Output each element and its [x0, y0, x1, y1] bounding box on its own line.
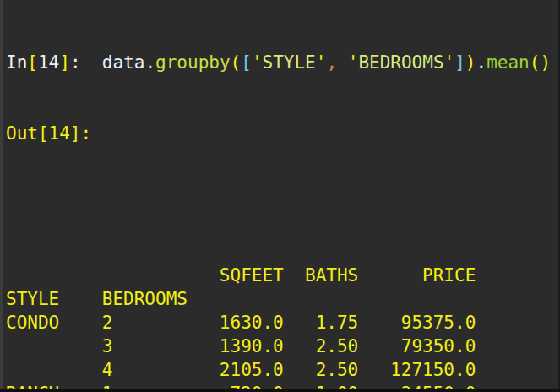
ipython-console[interactable]: In[14]: data.groupby(['STYLE', 'BEDROOMS…	[0, 0, 560, 392]
code-token: '	[316, 52, 327, 73]
code-token: mean	[487, 52, 530, 73]
table-row: 4 2105.0 2.50 127150.0	[6, 358, 560, 382]
code-token: 14	[38, 52, 59, 73]
table-row: CONDO 2 1630.0 1.75 95375.0	[6, 311, 560, 335]
code-token: BEDROOMS	[358, 52, 443, 73]
blank-line	[6, 193, 560, 216]
table-row: 3 1390.0 2.50 79350.0	[6, 335, 560, 358]
code-token: [	[241, 52, 252, 73]
code-token: (	[231, 52, 242, 73]
output-table: SQFEET BATHS PRICESTYLE BEDROOMSCONDO 2 …	[6, 264, 560, 392]
output-prompt: Out[14]:	[6, 122, 560, 145]
code-token: '	[444, 52, 455, 73]
table-index-names-line: STYLE BEDROOMS	[6, 287, 560, 311]
window-left-edge	[0, 0, 3, 392]
code-token: ]	[454, 52, 465, 73]
code-token: ]	[59, 52, 70, 73]
code-token: '	[348, 52, 359, 73]
code-token: '	[252, 52, 263, 73]
code-token	[337, 52, 348, 73]
code-token: ,	[326, 52, 337, 73]
code-token: :	[70, 52, 102, 73]
code-token: groupby	[155, 52, 231, 73]
code-token: )	[465, 52, 476, 73]
code-token: .	[476, 52, 487, 73]
code-token: ()	[530, 52, 551, 73]
code-token: data.	[102, 52, 155, 73]
code-token: [	[27, 52, 38, 73]
code-token: STYLE	[263, 52, 316, 73]
table-header-line: SQFEET BATHS PRICE	[6, 264, 560, 287]
code-input-line: In[14]: data.groupby(['STYLE', 'BEDROOMS…	[6, 51, 560, 74]
code-token: In	[6, 52, 27, 73]
